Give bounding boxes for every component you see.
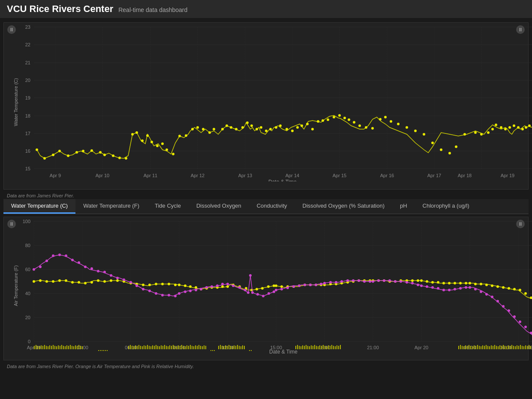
tab-ph[interactable]: pH: [392, 199, 415, 214]
svg-rect-397: [156, 345, 156, 349]
svg-point-51: [112, 154, 114, 157]
svg-rect-376: [100, 350, 101, 351]
svg-point-325: [426, 285, 428, 288]
svg-rect-390: [144, 345, 144, 349]
svg-point-255: [39, 266, 42, 268]
svg-point-293: [256, 293, 259, 296]
tab-conductivity[interactable]: Conductivity: [249, 199, 295, 214]
svg-point-279: [189, 290, 192, 292]
svg-rect-502: [505, 346, 505, 349]
svg-point-305: [320, 283, 322, 285]
svg-text:Apr 10: Apr 10: [96, 173, 109, 178]
svg-rect-496: [494, 345, 495, 349]
svg-text:80: 80: [25, 243, 30, 248]
svg-point-187: [178, 284, 180, 286]
tab-water-temp-c[interactable]: Water Temperature (C): [3, 199, 75, 214]
svg-point-124: [528, 124, 531, 127]
svg-point-335: [480, 290, 482, 293]
app-title: VCU Rice Rivers Center: [7, 3, 113, 15]
svg-rect-487: [479, 346, 480, 349]
svg-text:20: 20: [25, 315, 30, 320]
svg-point-188: [184, 284, 186, 287]
svg-point-309: [340, 280, 343, 283]
svg-point-275: [168, 294, 170, 296]
svg-text:Apr 20: Apr 20: [415, 345, 428, 350]
svg-point-177: [116, 279, 119, 282]
svg-point-317: [383, 279, 385, 282]
svg-point-81: [275, 126, 277, 129]
svg-point-289: [244, 289, 246, 291]
svg-point-117: [500, 126, 502, 129]
svg-point-105: [414, 130, 417, 132]
svg-rect-429: [214, 350, 215, 351]
svg-rect-462: [319, 345, 320, 349]
svg-point-290: [247, 291, 249, 294]
svg-point-287: [232, 284, 234, 287]
svg-point-263: [90, 267, 93, 270]
svg-point-170: [71, 281, 74, 284]
svg-rect-423: [200, 346, 201, 349]
svg-rect-444: [242, 345, 243, 349]
svg-point-174: [97, 279, 99, 282]
svg-point-60: [161, 142, 164, 145]
svg-rect-485: [475, 346, 476, 349]
svg-point-267: [116, 277, 119, 279]
svg-rect-399: [159, 346, 160, 349]
chart2-pause-right[interactable]: II: [516, 220, 525, 228]
svg-point-50: [103, 154, 106, 156]
chart2-pause-left[interactable]: II: [7, 220, 16, 228]
svg-rect-409: [176, 346, 177, 349]
svg-point-171: [78, 281, 80, 284]
svg-point-181: [142, 284, 144, 286]
svg-point-243: [480, 283, 482, 285]
svg-point-231: [417, 279, 419, 282]
svg-rect-407: [173, 345, 174, 349]
tab-tide-cycle[interactable]: Tide Cycle: [147, 199, 189, 214]
svg-rect-514: [525, 345, 526, 349]
svg-rect-439: [234, 345, 234, 349]
svg-rect-414: [185, 346, 186, 349]
svg-point-65: [191, 128, 194, 130]
tab-dissolved-oxygen[interactable]: Dissolved Oxygen: [189, 199, 249, 214]
svg-point-73: [235, 128, 237, 130]
svg-point-107: [431, 142, 434, 144]
svg-rect-377: [102, 350, 102, 351]
svg-point-185: [168, 283, 170, 285]
svg-point-98: [365, 126, 367, 129]
svg-point-278: [184, 290, 186, 293]
svg-point-245: [491, 284, 493, 287]
svg-rect-418: [192, 346, 192, 349]
svg-point-322: [411, 282, 414, 284]
svg-rect-438: [232, 346, 233, 349]
svg-point-252: [530, 296, 532, 299]
svg-point-52: [118, 157, 121, 159]
svg-point-286: [226, 283, 229, 285]
svg-text:21:00: 21:00: [367, 345, 379, 350]
svg-rect-508: [515, 346, 516, 349]
svg-rect-402: [164, 345, 165, 349]
svg-rect-511: [520, 345, 521, 349]
svg-point-291: [249, 274, 252, 277]
svg-rect-385: [135, 345, 136, 349]
tab-chlorophyll[interactable]: Chlorophyll a (ug/l): [415, 199, 477, 214]
svg-rect-363: [63, 346, 64, 349]
svg-rect-357: [53, 345, 54, 349]
tab-do-saturation[interactable]: Dissolved Oxygen (% Saturation): [295, 199, 392, 214]
tab-water-temp-f[interactable]: Water Temperature (F): [75, 199, 147, 214]
svg-point-270: [135, 284, 138, 287]
svg-rect-352: [44, 345, 45, 349]
svg-rect-463: [321, 346, 322, 349]
svg-point-244: [485, 284, 488, 286]
chart1-svg: Water Temperature (C) 23 22 21 20 19 18: [12, 23, 532, 181]
svg-point-80: [269, 128, 272, 130]
svg-point-327: [437, 287, 439, 290]
svg-point-308: [335, 281, 337, 284]
svg-rect-404: [168, 346, 168, 349]
chart1-pause-right[interactable]: II: [516, 25, 525, 34]
svg-point-256: [45, 260, 48, 262]
svg-rect-417: [190, 345, 191, 349]
chart1-pause-left[interactable]: II: [7, 25, 16, 34]
svg-text:09:: 09:: [528, 345, 532, 350]
svg-point-254: [33, 268, 35, 271]
svg-rect-491: [486, 345, 487, 349]
